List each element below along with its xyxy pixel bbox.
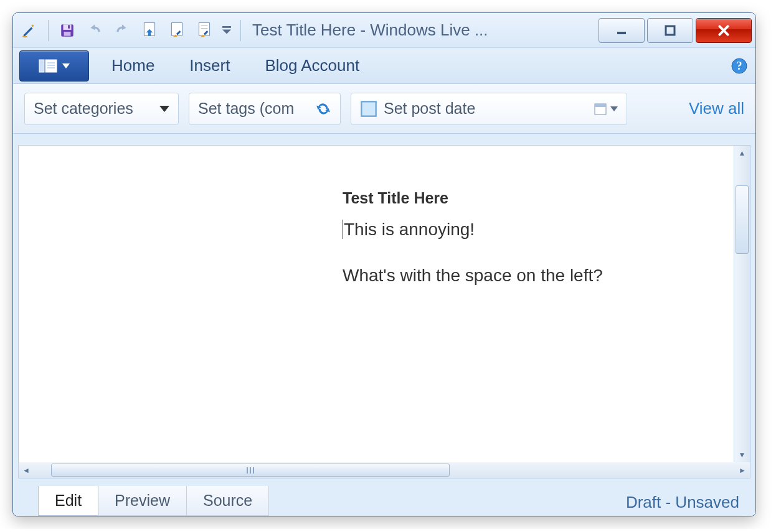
edit-doc-icon[interactable] <box>192 18 217 43</box>
app-window: Test Title Here - Windows Live ... Home … <box>12 12 756 516</box>
separator <box>48 20 49 41</box>
svg-rect-19 <box>361 101 376 116</box>
svg-rect-3 <box>68 25 70 28</box>
chevron-down-icon <box>159 106 169 112</box>
scroll-up-arrow[interactable]: ▲ <box>739 146 746 161</box>
view-all-link[interactable]: View all <box>689 99 744 118</box>
svg-rect-2 <box>64 32 71 35</box>
post-title[interactable]: Test Title Here <box>343 189 734 207</box>
calendar-dropdown-button[interactable] <box>593 101 618 116</box>
post-body-line[interactable]: This is annoying! <box>343 220 734 240</box>
publish-doc-icon[interactable] <box>137 18 162 43</box>
window-controls <box>596 18 752 43</box>
view-tab-edit[interactable]: Edit <box>38 486 98 516</box>
chevron-down-icon <box>62 63 70 68</box>
tags-input[interactable]: Set tags (com <box>189 93 341 125</box>
hscroll-track[interactable] <box>34 462 735 478</box>
new-doc-icon[interactable] <box>164 18 189 43</box>
calendar-icon <box>593 101 608 116</box>
editor-viewport: Test Title Here This is annoying! What's… <box>18 145 750 463</box>
file-menu-button[interactable] <box>19 50 89 82</box>
categories-label: Set categories <box>34 100 133 118</box>
save-icon[interactable] <box>55 18 80 43</box>
post-options-toolbar: Set categories Set tags (com Set post da… <box>13 84 755 134</box>
date-placeholder: Set post date <box>384 100 475 118</box>
ribbon-tabs: Home Insert Blog Account ? <box>13 48 755 84</box>
svg-text:?: ? <box>737 60 742 72</box>
scroll-down-arrow[interactable]: ▼ <box>739 447 746 462</box>
maximize-button[interactable] <box>647 18 693 43</box>
view-tab-source[interactable]: Source <box>186 486 269 516</box>
svg-rect-12 <box>39 60 44 72</box>
tags-placeholder: Set tags (com <box>198 100 294 118</box>
bottom-row: Edit Preview Source Draft - Unsaved <box>18 478 750 516</box>
pen-icon[interactable] <box>17 18 42 43</box>
qat-customize-dropdown[interactable] <box>219 18 234 43</box>
separator <box>240 20 241 41</box>
scroll-right-arrow[interactable]: ► <box>735 466 750 475</box>
help-button[interactable]: ? <box>731 57 748 75</box>
svg-rect-10 <box>617 32 626 34</box>
vertical-scrollbar[interactable]: ▲ ▼ <box>734 146 750 462</box>
svg-rect-1 <box>64 24 72 30</box>
svg-rect-21 <box>595 104 606 107</box>
vscroll-track[interactable] <box>734 161 750 447</box>
status-text: Draft - Unsaved <box>626 493 739 516</box>
tab-insert[interactable]: Insert <box>172 48 247 83</box>
post-body-line[interactable]: What's with the space on the left? <box>343 266 734 286</box>
date-box-icon <box>360 100 377 118</box>
horizontal-scrollbar[interactable]: ◄ ► <box>18 462 750 478</box>
scroll-grip-icon <box>247 467 254 474</box>
refresh-icon[interactable] <box>315 101 331 117</box>
document-content: Test Title Here This is annoying! What's… <box>19 146 734 337</box>
categories-dropdown[interactable]: Set categories <box>24 93 179 125</box>
scroll-left-arrow[interactable]: ◄ <box>19 466 34 475</box>
window-title: Test Title Here - Windows Live ... <box>252 21 594 40</box>
editor-canvas[interactable]: Test Title Here This is annoying! What's… <box>19 146 734 462</box>
redo-icon[interactable] <box>110 18 135 43</box>
tab-home[interactable]: Home <box>94 48 172 83</box>
svg-rect-9 <box>222 26 231 28</box>
editor-wrap: Test Title Here This is annoying! What's… <box>13 134 755 516</box>
undo-icon[interactable] <box>82 18 107 43</box>
post-date-input[interactable]: Set post date <box>351 93 627 125</box>
chevron-down-icon <box>610 106 618 111</box>
hscroll-thumb[interactable] <box>51 464 450 477</box>
quick-access-toolbar <box>17 18 234 43</box>
file-menu-icon <box>39 59 57 73</box>
svg-rect-13 <box>45 60 57 72</box>
svg-rect-11 <box>666 26 674 35</box>
minimize-button[interactable] <box>599 18 645 43</box>
view-tab-preview[interactable]: Preview <box>98 486 187 516</box>
close-button[interactable] <box>696 18 752 43</box>
titlebar: Test Title Here - Windows Live ... <box>13 13 755 48</box>
tab-blog-account[interactable]: Blog Account <box>247 48 377 83</box>
vscroll-thumb[interactable] <box>736 185 749 254</box>
